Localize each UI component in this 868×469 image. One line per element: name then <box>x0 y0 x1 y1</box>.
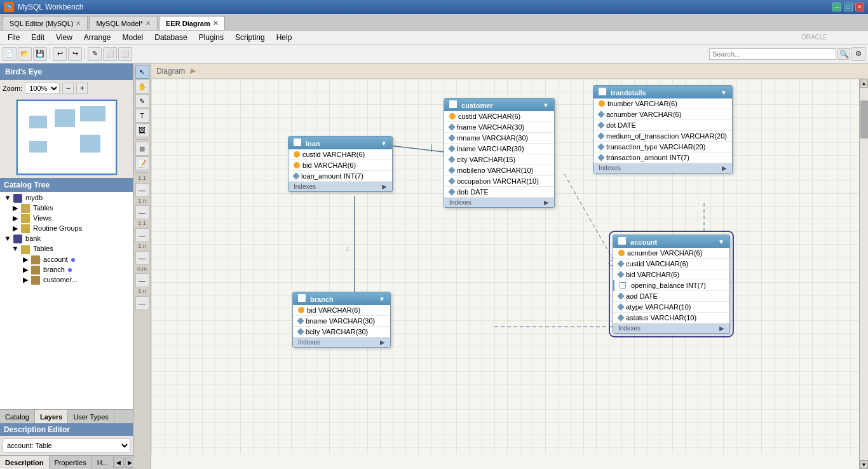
toolbar-btn2[interactable]: ⬜ <box>118 47 132 61</box>
minimize-button[interactable]: ─ <box>832 3 841 11</box>
table-customer-header[interactable]: customer ▼ <box>444 99 554 111</box>
tab-mysql-model[interactable]: MySQL Model* ✕ <box>89 16 158 30</box>
desc-editor-select[interactable]: account: Table <box>3 438 130 452</box>
zoom-in-button[interactable]: + <box>76 83 88 94</box>
menu-arrange[interactable]: Arrange <box>79 32 116 43</box>
account-indexes[interactable]: Indexes ▶ <box>613 323 729 333</box>
tab-close-icon[interactable]: ✕ <box>213 20 218 27</box>
toolbar-redo[interactable]: ↪ <box>68 47 82 61</box>
birds-eye-panel: Bird's Eye <box>0 64 133 80</box>
expander-customer[interactable]: ▶ <box>22 276 29 284</box>
tab-close-icon[interactable]: ✕ <box>146 20 151 27</box>
tree-item-customer[interactable]: ▶ customer... <box>22 275 123 285</box>
tool-rel-1nb[interactable]: — <box>135 251 149 265</box>
tree-item-bank[interactable]: ▼ bank <box>1 234 132 244</box>
expander-views[interactable]: ▶ <box>11 214 19 222</box>
scroll-thumb[interactable] <box>860 100 868 139</box>
expander-tables[interactable]: ▶ <box>11 204 19 212</box>
table-loan-arrow[interactable]: ▼ <box>381 140 387 147</box>
table-customer-arrow[interactable]: ▼ <box>543 102 549 109</box>
desc-tab-history[interactable]: H... <box>92 456 114 469</box>
scroll-down-button[interactable]: ▼ <box>860 460 868 469</box>
diagram-canvas[interactable]: ⊥ | ⊢ ⊢ ⊥ <box>151 79 859 454</box>
tab-user-types[interactable]: User Types <box>68 410 114 423</box>
tool-note[interactable]: 📝 <box>135 156 149 170</box>
desc-prev-button[interactable]: ◀ <box>114 458 124 468</box>
menu-plugins[interactable]: Plugins <box>194 32 229 43</box>
table-loan-header[interactable]: loan ▼ <box>288 137 392 149</box>
toolbar-btn1[interactable]: ⬜ <box>103 47 117 61</box>
mydb-children: ▶ Tables ▶ Views ▶ Routine Groups <box>1 203 132 234</box>
right-scrollbar[interactable]: ▲ ▼ <box>859 79 868 469</box>
table-account-header[interactable]: account ▼ <box>613 235 729 248</box>
toolbar-edit[interactable]: ✎ <box>88 47 102 61</box>
tool-draw[interactable]: ✎ <box>135 94 149 108</box>
tab-layers[interactable]: Layers <box>35 410 68 423</box>
tree-item-tables-mydb[interactable]: ▶ Tables <box>11 203 132 214</box>
tool-pan[interactable]: ✋ <box>135 79 149 93</box>
title-bar: 🐬 MySQL Workbench ─ □ ✕ <box>0 0 868 14</box>
toolbar-open[interactable]: 📂 <box>18 47 32 61</box>
tool-text[interactable]: T <box>135 109 149 123</box>
table-account-arrow[interactable]: ▼ <box>718 238 724 245</box>
toolbar-save[interactable]: 💾 <box>33 47 47 61</box>
expander-mydb[interactable]: ▼ <box>4 194 11 201</box>
tool-rel-1nc[interactable]: — <box>135 296 149 310</box>
scroll-up-button[interactable]: ▲ <box>860 79 868 88</box>
tree-item-branch[interactable]: ▶ branch <box>22 265 132 275</box>
zoom-out-button[interactable]: − <box>62 83 74 94</box>
indexes-arrow: ▶ <box>382 183 387 190</box>
tab-close-icon[interactable]: ✕ <box>76 20 81 27</box>
customer-indexes[interactable]: Indexes ▶ <box>444 198 554 207</box>
expander-routines[interactable]: ▶ <box>11 224 19 233</box>
expander-branch[interactable]: ▶ <box>22 266 29 274</box>
tool-layer[interactable]: ⊞ <box>135 142 149 156</box>
branch-indexes[interactable]: Indexes ▶ <box>293 337 390 347</box>
menu-database[interactable]: Database <box>149 32 192 43</box>
desc-tab-properties[interactable]: Properties <box>50 456 92 469</box>
menu-edit[interactable]: Edit <box>26 32 50 43</box>
diagram-wrapper: Diagram ▶ ⊥ <box>151 64 868 469</box>
table-branch-header[interactable]: branch ▼ <box>293 292 390 305</box>
menu-help[interactable]: Help <box>271 32 297 43</box>
tab-sql-editor[interactable]: SQL Editor (MySQL) ✕ <box>3 16 88 30</box>
maximize-button[interactable]: □ <box>844 3 853 11</box>
tree-item-routine-groups[interactable]: ▶ Routine Groups <box>11 224 132 234</box>
tool-rel-1n[interactable]: — <box>135 205 149 219</box>
toolbar-new[interactable]: 📄 <box>3 47 17 61</box>
menu-model[interactable]: Model <box>118 32 149 43</box>
table-trandetails-header[interactable]: trandetails ▼ <box>593 86 732 99</box>
desc-tab-description[interactable]: Description <box>0 456 50 469</box>
tool-select[interactable]: ↖ <box>135 65 149 79</box>
tree-item-tables-bank[interactable]: ▼ Tables <box>11 244 132 254</box>
tree-item-mydb[interactable]: ▼ mydb <box>1 193 132 203</box>
fk-diamond-icon <box>617 271 624 278</box>
loan-indexes[interactable]: Indexes ▶ <box>288 182 392 191</box>
expander-account[interactable]: ▶ <box>22 255 29 264</box>
tool-rel-nm[interactable]: — <box>135 273 149 287</box>
menu-scripting[interactable]: Scripting <box>230 32 270 43</box>
tool-rel-11[interactable]: — <box>135 183 149 197</box>
indexes-label: Indexes <box>599 165 621 172</box>
tab-eer-diagram[interactable]: EER Diagram ✕ <box>159 16 225 30</box>
tab-catalog[interactable]: Catalog <box>0 410 35 423</box>
tree-item-account[interactable]: ▶ account <box>22 255 132 265</box>
tool-rel-11b[interactable]: — <box>135 228 149 242</box>
tool-image[interactable]: 🖼 <box>135 123 149 137</box>
toolbar-undo[interactable]: ↩ <box>53 47 67 61</box>
expander-bank[interactable]: ▼ <box>4 234 11 242</box>
close-button[interactable]: ✕ <box>855 3 864 11</box>
search-input[interactable] <box>709 48 836 60</box>
menu-view[interactable]: View <box>51 32 78 43</box>
toolbar-extra[interactable]: ⚙ <box>851 47 865 61</box>
zoom-select[interactable]: 100%50%75%125%150%200% <box>25 83 60 94</box>
trandetails-indexes[interactable]: Indexes ▶ <box>593 163 732 173</box>
scroll-track[interactable] <box>860 88 868 460</box>
menu-file[interactable]: File <box>3 32 25 43</box>
table-branch-arrow[interactable]: ▼ <box>379 296 385 302</box>
tree-item-views[interactable]: ▶ Views <box>11 214 132 224</box>
fk-diamond-icon <box>448 156 455 163</box>
expander-tables-bank[interactable]: ▼ <box>11 245 19 252</box>
search-button[interactable]: 🔍 <box>837 48 850 60</box>
table-trandetails-arrow[interactable]: ▼ <box>721 89 727 96</box>
